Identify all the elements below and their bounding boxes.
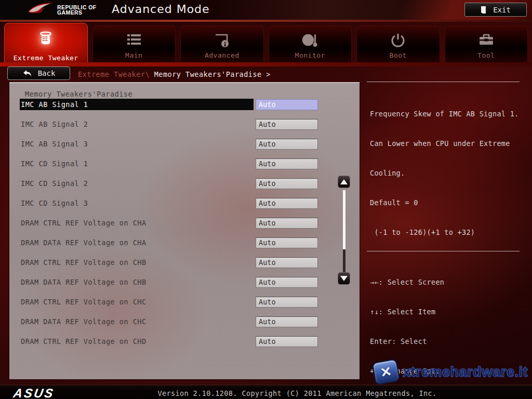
- setting-row[interactable]: IMC AB Signal 3 Auto: [9, 138, 360, 150]
- setting-label: DRAM CTRL REF Voltage on CHB: [21, 258, 147, 267]
- setting-value[interactable]: Auto: [256, 139, 318, 150]
- setting-label: DRAM DATA REF Voltage on CHA: [21, 238, 147, 247]
- shortcut-line: Enter: Select: [370, 337, 466, 347]
- rog-brand-text: REPUBLIC OF GAMERS: [57, 5, 97, 16]
- screen-info-icon: [181, 32, 263, 49]
- setting-value[interactable]: Auto: [256, 178, 318, 189]
- page-title: Advanced Mode: [112, 3, 210, 16]
- triangle-up-icon: [340, 179, 348, 184]
- setting-row[interactable]: DRAM CTRL REF Voltage on CHC Auto: [9, 296, 360, 308]
- setting-label: IMC CD Signal 1: [21, 159, 88, 168]
- watermark-text: xtremehardware.it: [403, 364, 528, 380]
- setting-row[interactable]: IMC AB Signal 2 Auto: [9, 118, 360, 130]
- setting-row[interactable]: IMC CD Signal 2 Auto: [9, 178, 360, 189]
- rog-brand-line2: GAMERS: [57, 10, 97, 16]
- power-icon: [357, 32, 440, 49]
- breadcrumb-parent[interactable]: Extreme Tweaker\: [78, 70, 154, 78]
- setting-label: DRAM CTRL REF Voltage on CHC: [21, 298, 147, 306]
- tab-label: Advanced: [205, 51, 240, 59]
- setting-label: IMC AB Signal 1: [21, 100, 88, 109]
- help-text: Frequency Skew of IMC AB Signal 1. Can L…: [370, 89, 519, 257]
- help-line: (-1 to -126)(+1 to +32): [370, 228, 519, 237]
- setting-value[interactable]: Auto: [256, 336, 318, 347]
- tab-bar: Extreme Tweaker Main: [4, 23, 528, 66]
- tab-label: Main: [125, 51, 142, 59]
- help-divider-top: [367, 82, 520, 82]
- help-line: Cooling.: [370, 168, 519, 178]
- setting-value[interactable]: Auto: [256, 119, 318, 130]
- header-divider: [0, 20, 532, 22]
- version-text: Version 2.10.1208. Copyright (C) 2011 Am…: [62, 389, 532, 397]
- scroll-up-button[interactable]: [338, 176, 350, 188]
- scroll-down-button[interactable]: [338, 272, 350, 285]
- scrollbar-track[interactable]: [343, 249, 345, 272]
- setting-label: DRAM CTRL REF Voltage on CHD: [21, 337, 147, 345]
- help-panel: Frequency Skew of IMC AB Signal 1. Can L…: [367, 82, 521, 379]
- setting-row[interactable]: DRAM CTRL REF Voltage on CHA Auto: [9, 217, 360, 229]
- setting-value[interactable]: Auto: [256, 218, 318, 229]
- help-divider-mid: [367, 251, 520, 251]
- tweaker-icon: [5, 30, 87, 47]
- rog-eye-icon: [27, 2, 54, 18]
- breadcrumb-current: Memory Tweakers'Paradise >: [154, 70, 271, 78]
- setting-row[interactable]: DRAM CTRL REF Voltage on CHB Auto: [9, 257, 360, 268]
- exit-button[interactable]: Exit: [464, 3, 527, 17]
- setting-label: DRAM DATA REF Voltage on CHC: [21, 317, 147, 326]
- tab-underline-strip: [0, 62, 532, 66]
- setting-label: DRAM CTRL REF Voltage on CHA: [21, 219, 147, 227]
- footer-bar: ASUS Version 2.10.1208. Copyright (C) 20…: [0, 384, 532, 399]
- tab-label: Tool: [477, 51, 495, 59]
- setting-value[interactable]: Auto: [256, 316, 318, 327]
- help-line: Can Lower when CPU under Extreme: [370, 139, 519, 149]
- tab-boot[interactable]: Boot: [356, 25, 440, 64]
- watermark-x-badge-icon: ✕: [371, 358, 400, 385]
- tab-monitor[interactable]: Monitor: [269, 25, 352, 64]
- setting-row[interactable]: IMC CD Signal 3 Auto: [9, 197, 360, 209]
- setting-label: IMC CD Signal 2: [21, 179, 88, 188]
- scrollbar-thumb[interactable]: [343, 190, 345, 249]
- setting-row[interactable]: DRAM CTRL REF Voltage on CHD Auto: [9, 336, 360, 347]
- setting-row[interactable]: DRAM DATA REF Voltage on CHB Auto: [9, 276, 360, 288]
- nav-row: Back Extreme Tweaker\ Memory Tweakers'Pa…: [0, 66, 532, 82]
- help-line: Frequency Skew of IMC AB Signal 1.: [370, 109, 519, 119]
- tab-label: Extreme Tweaker: [14, 54, 78, 62]
- breadcrumb: Extreme Tweaker\ Memory Tweakers'Paradis…: [78, 70, 271, 78]
- settings-panel: Memory Tweakers'Paradise IMC AB Signal 1…: [9, 82, 360, 379]
- back-button[interactable]: Back: [7, 66, 70, 80]
- help-line: Default = 0: [370, 198, 519, 208]
- setting-row[interactable]: IMC CD Signal 1 Auto: [9, 158, 360, 169]
- gauge-thermometer-icon: [269, 32, 352, 49]
- setting-row[interactable]: IMC AB Signal 1 Auto: [9, 99, 360, 110]
- setting-value[interactable]: Auto: [256, 99, 318, 110]
- setting-value[interactable]: Auto: [256, 198, 318, 209]
- header-bar: REPUBLIC OF GAMERS Advanced Mode Exit: [0, 0, 532, 20]
- shortcut-line: →←: Select Screen: [370, 277, 466, 287]
- exit-door-icon: [481, 6, 488, 14]
- section-title: Memory Tweakers'Paradise: [25, 90, 132, 98]
- watermark: ✕ xtremehardware.it: [374, 361, 528, 383]
- setting-label: IMC AB Signal 2: [21, 120, 88, 128]
- exit-button-label: Exit: [493, 6, 511, 14]
- setting-label: IMC CD Signal 3: [21, 199, 88, 207]
- bios-screen: REPUBLIC OF GAMERS Advanced Mode Exit: [0, 0, 532, 399]
- setting-label: DRAM DATA REF Voltage on CHB: [21, 278, 147, 286]
- triangle-down-icon: [340, 276, 348, 281]
- setting-row[interactable]: DRAM DATA REF Voltage on CHC Auto: [9, 316, 360, 327]
- tab-label: Monitor: [295, 51, 325, 59]
- tab-extreme-tweaker[interactable]: Extreme Tweaker: [4, 23, 88, 66]
- setting-value[interactable]: Auto: [256, 158, 318, 169]
- back-arrow-icon: [22, 70, 32, 77]
- list-icon: [93, 32, 176, 48]
- tab-tool[interactable]: Tool: [445, 25, 528, 64]
- rog-logo: REPUBLIC OF GAMERS: [27, 1, 105, 19]
- toolbox-icon: [445, 32, 528, 48]
- setting-value[interactable]: Auto: [256, 277, 318, 288]
- setting-row[interactable]: DRAM DATA REF Voltage on CHA Auto: [9, 237, 360, 248]
- setting-value[interactable]: Auto: [256, 297, 318, 308]
- tab-advanced[interactable]: Advanced: [180, 25, 264, 64]
- setting-label: IMC AB Signal 3: [21, 140, 88, 148]
- back-button-label: Back: [38, 69, 56, 77]
- setting-value[interactable]: Auto: [256, 237, 318, 248]
- tab-main[interactable]: Main: [92, 25, 176, 64]
- setting-value[interactable]: Auto: [256, 257, 318, 268]
